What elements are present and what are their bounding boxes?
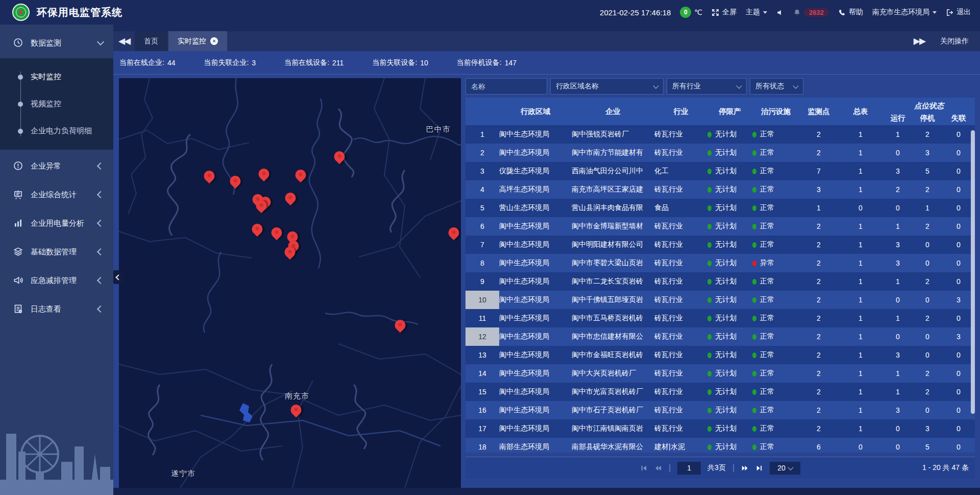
sidebar-item-label: 企业异常 <box>31 161 98 171</box>
stat-item: 当前失联设备:10 <box>372 58 428 67</box>
tabs-scroll-left-button[interactable]: ◀◀ <box>113 31 135 51</box>
map-marker[interactable] <box>448 227 459 238</box>
table-row[interactable]: 7阆中生态环境局阆中明阳建材有限公司砖瓦行业无计划正常21300 <box>465 235 975 254</box>
last-page-button[interactable] <box>755 464 763 472</box>
cell-no: 14 <box>465 364 499 383</box>
table-row[interactable]: 6阆中生态环境局阆中市金博瑞新型墙材砖瓦行业无计划正常21120 <box>465 217 975 235</box>
help-button[interactable]: 帮助 <box>838 8 863 17</box>
sidebar-collapse-button[interactable] <box>113 270 123 284</box>
status-dot-icon <box>707 444 712 450</box>
table-row[interactable]: 13阆中生态环境局阆中市金福旺页岩机砖砖瓦行业无计划正常21300 <box>465 346 975 364</box>
map-marker[interactable] <box>230 176 240 186</box>
table-row[interactable]: 12阆中生态环境局阆中市忠信建材有限公砖瓦行业无计划正常21003 <box>465 327 975 346</box>
sidebar-item-3[interactable]: 企业用电量分析 <box>0 211 113 235</box>
table-scrollbar[interactable] <box>971 130 975 414</box>
cell-meters: 1 <box>838 125 883 144</box>
sidebar-item-6[interactable]: 日志查看 <box>0 297 113 321</box>
map-marker[interactable] <box>395 320 405 331</box>
cell-meters: 1 <box>838 383 883 401</box>
cell-region: 阆中生态环境局 <box>499 309 572 327</box>
sidebar-subitem-1[interactable]: 视频监控 <box>0 90 113 117</box>
col-group-point-status: 点位状态 <box>883 98 975 111</box>
sidebar-item-4[interactable]: 基础数据管理 <box>0 240 113 264</box>
sidebar-subitem-0[interactable]: 实时监控 <box>0 63 113 90</box>
table-row[interactable]: 4高坪生态环境局南充市高坪区王家店建砖瓦行业无计划正常31220 <box>465 180 975 199</box>
industry-filter-select[interactable]: 所有行业 <box>667 78 747 95</box>
table-row[interactable]: 1阆中生态环境局阆中强锐页岩砖厂砖瓦行业无计划正常21120 <box>465 125 975 144</box>
map-marker[interactable] <box>295 170 306 180</box>
map-marker[interactable] <box>291 405 302 415</box>
map-marker[interactable] <box>259 169 270 179</box>
tabs-scroll-right-button[interactable]: ▶▶ <box>914 36 925 46</box>
sidebar-item-5[interactable]: 应急减排管理 <box>0 268 113 293</box>
cell-points: 2 <box>799 364 838 383</box>
map-marker[interactable] <box>334 151 345 162</box>
table-row[interactable]: 11阆中生态环境局阆中市五马桥页岩机砖砖瓦行业无计划正常21120 <box>465 309 975 327</box>
cell-region: 阆中生态环境局 <box>499 125 572 144</box>
table-row[interactable]: 15阆中生态环境局阆中市光富页岩机砖厂砖瓦行业无计划正常21120 <box>465 383 975 401</box>
table-row[interactable]: 8阆中生态环境局阆中市枣碧大梁山页岩砖瓦行业无计划异常21300 <box>465 254 975 272</box>
theme-dropdown[interactable]: 主题 <box>746 8 767 17</box>
first-page-button[interactable] <box>640 464 648 472</box>
cell-facility-status: 正常 <box>752 309 799 327</box>
map-panel[interactable]: 巴中市南充市遂宁市 <box>119 78 461 488</box>
cell-region: 阆中生态环境局 <box>499 254 572 272</box>
map-marker[interactable] <box>252 224 262 234</box>
cell-industry: 砖瓦行业 <box>654 254 707 272</box>
notifications[interactable]: 2632 <box>793 8 829 17</box>
map-marker[interactable] <box>271 227 282 238</box>
stat-value: 211 <box>332 59 344 67</box>
cell-meters: 1 <box>838 346 883 364</box>
cell-region: 阆中生态环境局 <box>499 217 572 235</box>
cell-facility-status: 正常 <box>752 346 799 364</box>
sidebar-subitem-2[interactable]: 企业电力负荷明细 <box>0 117 113 145</box>
table-row[interactable]: 5营山生态环境局营山县润丰肉食品有限食品无计划正常10010 <box>465 199 975 217</box>
table-row[interactable]: 17阆中生态环境局阆中市江南镇阆南页岩砖瓦行业无计划正常21030 <box>465 419 975 438</box>
sidebar-item-1[interactable]: 企业异常 <box>0 154 113 178</box>
region-filter-select[interactable]: 行政区域名称 <box>550 78 664 95</box>
table-row[interactable]: 2阆中生态环境局阆中市南方节能建材有砖瓦行业无计划正常21030 <box>465 144 975 162</box>
map-marker[interactable] <box>204 171 214 181</box>
sidebar-item-2[interactable]: 企业综合统计 <box>0 182 113 207</box>
prev-page-button[interactable] <box>654 464 662 472</box>
tab-1[interactable]: 实时监控× <box>168 31 227 51</box>
sidebar-item-label: 应急减排管理 <box>31 276 98 286</box>
last-page-icon <box>755 464 763 472</box>
status-filter-select[interactable]: 所有状态 <box>750 78 803 95</box>
table-row[interactable]: 16阆中生态环境局阆中市石子页岩机砖厂砖瓦行业无计划正常21300 <box>465 401 975 419</box>
close-tab-icon[interactable]: × <box>210 37 218 45</box>
table-row[interactable]: 14阆中生态环境局阆中大兴页岩机砖厂砖瓦行业无计划正常21120 <box>465 364 975 383</box>
map-marker[interactable] <box>285 247 296 257</box>
cell-meters: 1 <box>838 327 883 346</box>
map-roads-layer <box>119 78 461 488</box>
mute-button[interactable] <box>776 9 784 16</box>
cell-facility-status: 正常 <box>752 217 799 235</box>
table-row[interactable]: 9阆中生态环境局阆中市二龙长宝页岩砖砖瓦行业无计划正常21120 <box>465 272 975 291</box>
cell-stop-status: 无计划 <box>707 144 752 162</box>
cell-region: 阆中生态环境局 <box>499 327 572 346</box>
page-size-select[interactable]: 20 <box>770 462 800 475</box>
map-city-label: 巴中市 <box>426 125 451 134</box>
tab-0[interactable]: 首页 <box>135 31 167 51</box>
next-page-button[interactable] <box>741 464 749 472</box>
col-industry: 行业 <box>654 98 707 125</box>
map-marker[interactable] <box>256 200 266 211</box>
sidebar-item-0[interactable]: 数据监测 <box>0 31 113 55</box>
logout-button[interactable]: 退出 <box>946 8 971 17</box>
table-row[interactable]: 3仪陇生态环境局西南油气田分公司川中化工无计划正常71350 <box>465 162 975 180</box>
cell-running: 1 <box>883 383 913 401</box>
name-filter-input[interactable] <box>465 78 547 95</box>
table-row[interactable]: 18南部生态环境局南部县砚华水泥有限公建材|水泥无计划正常60050 <box>465 438 975 453</box>
org-dropdown[interactable]: 南充市生态环境局 <box>872 8 937 17</box>
chevron-left-icon <box>97 248 104 255</box>
stat-item: 当前停机设备:147 <box>457 58 517 67</box>
cell-facility-status: 正常 <box>752 272 799 291</box>
col-region: 行政区域 <box>499 98 572 125</box>
map-marker[interactable] <box>285 193 296 203</box>
fullscreen-button[interactable]: 全屏 <box>712 8 737 17</box>
page-number-input[interactable]: 1 <box>677 462 701 475</box>
table-row[interactable]: 10阆中生态环境局阆中千佛镇五郎垭页岩砖瓦行业无计划正常21003 <box>465 291 975 309</box>
cell-region: 阆中生态环境局 <box>499 419 572 438</box>
close-operations-button[interactable]: 关闭操作 <box>940 37 969 46</box>
cell-industry: 砖瓦行业 <box>654 125 707 144</box>
